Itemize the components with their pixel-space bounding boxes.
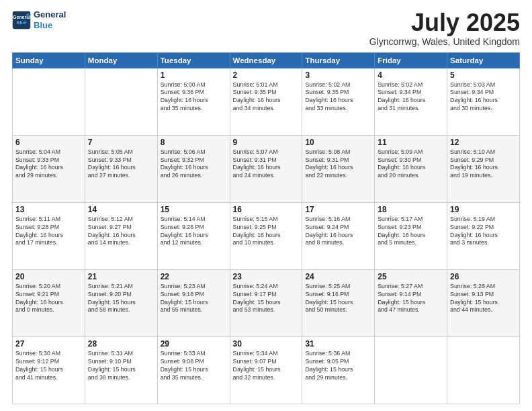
day-number: 3 <box>305 71 371 80</box>
calendar-cell: 30Sunrise: 5:34 AM Sunset: 9:07 PM Dayli… <box>230 336 302 404</box>
day-info: Sunrise: 5:23 AM Sunset: 9:18 PM Dayligh… <box>161 283 227 315</box>
calendar-cell: 21Sunrise: 5:21 AM Sunset: 9:20 PM Dayli… <box>85 269 157 336</box>
calendar-cell: 15Sunrise: 5:14 AM Sunset: 9:26 PM Dayli… <box>157 202 230 269</box>
calendar-cell: 26Sunrise: 5:28 AM Sunset: 9:13 PM Dayli… <box>447 269 520 336</box>
calendar-cell: 12Sunrise: 5:10 AM Sunset: 9:29 PM Dayli… <box>447 135 520 202</box>
day-number: 21 <box>88 272 154 281</box>
calendar-table: SundayMondayTuesdayWednesdayThursdayFrid… <box>12 52 520 404</box>
day-number: 28 <box>88 339 154 349</box>
day-number: 17 <box>305 205 371 214</box>
calendar-page: General Blue General Blue July 2025 Glyn… <box>0 0 532 411</box>
day-number: 5 <box>450 71 517 80</box>
day-number: 12 <box>450 138 517 147</box>
title-block: July 2025 Glyncorrwg, Wales, United King… <box>369 9 520 47</box>
day-info: Sunrise: 5:16 AM Sunset: 9:24 PM Dayligh… <box>305 216 371 248</box>
calendar-cell: 18Sunrise: 5:17 AM Sunset: 9:23 PM Dayli… <box>375 202 447 269</box>
day-number: 20 <box>15 272 82 281</box>
weekday-header: Saturday <box>447 52 520 68</box>
day-info: Sunrise: 5:36 AM Sunset: 9:05 PM Dayligh… <box>305 350 371 382</box>
day-number: 10 <box>305 138 371 147</box>
day-info: Sunrise: 5:33 AM Sunset: 9:08 PM Dayligh… <box>161 350 227 382</box>
calendar-cell: 11Sunrise: 5:09 AM Sunset: 9:30 PM Dayli… <box>375 135 447 202</box>
day-info: Sunrise: 5:07 AM Sunset: 9:31 PM Dayligh… <box>233 148 300 181</box>
calendar-cell: 4Sunrise: 5:02 AM Sunset: 9:34 PM Daylig… <box>375 68 447 135</box>
calendar-cell <box>13 68 85 135</box>
day-number: 4 <box>378 71 444 80</box>
logo-line1: General <box>34 9 66 20</box>
day-number: 9 <box>233 138 300 147</box>
day-info: Sunrise: 5:10 AM Sunset: 9:29 PM Dayligh… <box>450 148 517 181</box>
day-number: 22 <box>161 272 227 281</box>
calendar-cell: 7Sunrise: 5:05 AM Sunset: 9:33 PM Daylig… <box>85 135 157 202</box>
day-number: 29 <box>161 339 227 349</box>
day-info: Sunrise: 5:19 AM Sunset: 9:22 PM Dayligh… <box>450 216 517 248</box>
day-info: Sunrise: 5:24 AM Sunset: 9:17 PM Dayligh… <box>233 283 300 315</box>
day-info: Sunrise: 5:05 AM Sunset: 9:33 PM Dayligh… <box>88 148 154 181</box>
day-info: Sunrise: 5:34 AM Sunset: 9:07 PM Dayligh… <box>233 350 300 382</box>
calendar-cell: 1Sunrise: 5:00 AM Sunset: 9:36 PM Daylig… <box>157 68 230 135</box>
weekday-header: Thursday <box>302 52 375 68</box>
day-info: Sunrise: 5:31 AM Sunset: 9:10 PM Dayligh… <box>88 350 154 382</box>
calendar-cell <box>447 336 520 404</box>
day-info: Sunrise: 5:20 AM Sunset: 9:21 PM Dayligh… <box>15 283 82 315</box>
calendar-cell: 25Sunrise: 5:27 AM Sunset: 9:14 PM Dayli… <box>375 269 447 336</box>
day-info: Sunrise: 5:21 AM Sunset: 9:20 PM Dayligh… <box>88 283 154 315</box>
day-info: Sunrise: 5:09 AM Sunset: 9:30 PM Dayligh… <box>378 148 444 181</box>
day-number: 19 <box>450 205 517 214</box>
day-number: 8 <box>161 138 227 147</box>
day-info: Sunrise: 5:06 AM Sunset: 9:32 PM Dayligh… <box>161 148 227 181</box>
calendar-week-row: 20Sunrise: 5:20 AM Sunset: 9:21 PM Dayli… <box>13 269 520 336</box>
day-info: Sunrise: 5:17 AM Sunset: 9:23 PM Dayligh… <box>378 216 444 248</box>
weekday-header: Friday <box>375 52 447 68</box>
day-info: Sunrise: 5:02 AM Sunset: 9:34 PM Dayligh… <box>378 81 444 113</box>
day-info: Sunrise: 5:03 AM Sunset: 9:34 PM Dayligh… <box>450 81 517 113</box>
day-info: Sunrise: 5:15 AM Sunset: 9:25 PM Dayligh… <box>233 216 300 248</box>
day-number: 14 <box>88 205 154 214</box>
day-info: Sunrise: 5:12 AM Sunset: 9:27 PM Dayligh… <box>88 216 154 248</box>
day-number: 18 <box>378 205 444 214</box>
day-number: 23 <box>233 272 300 281</box>
day-number: 31 <box>305 339 371 349</box>
day-info: Sunrise: 5:30 AM Sunset: 9:12 PM Dayligh… <box>15 350 82 382</box>
calendar-week-row: 6Sunrise: 5:04 AM Sunset: 9:33 PM Daylig… <box>13 135 520 202</box>
day-number: 16 <box>233 205 300 214</box>
location-title: Glyncorrwg, Wales, United Kingdom <box>369 36 520 47</box>
calendar-cell: 16Sunrise: 5:15 AM Sunset: 9:25 PM Dayli… <box>230 202 302 269</box>
calendar-cell: 5Sunrise: 5:03 AM Sunset: 9:34 PM Daylig… <box>447 68 520 135</box>
weekday-header: Sunday <box>13 52 85 68</box>
calendar-cell: 23Sunrise: 5:24 AM Sunset: 9:17 PM Dayli… <box>230 269 302 336</box>
calendar-cell: 29Sunrise: 5:33 AM Sunset: 9:08 PM Dayli… <box>157 336 230 404</box>
day-number: 25 <box>378 272 444 281</box>
day-number: 30 <box>233 339 300 349</box>
logo-line2: Blue <box>34 20 66 31</box>
calendar-cell: 13Sunrise: 5:11 AM Sunset: 9:28 PM Dayli… <box>13 202 85 269</box>
weekday-header: Tuesday <box>157 52 230 68</box>
calendar-cell: 17Sunrise: 5:16 AM Sunset: 9:24 PM Dayli… <box>302 202 375 269</box>
calendar-cell: 2Sunrise: 5:01 AM Sunset: 9:35 PM Daylig… <box>230 68 302 135</box>
calendar-cell <box>375 336 447 404</box>
day-number: 1 <box>161 71 227 80</box>
calendar-cell: 3Sunrise: 5:02 AM Sunset: 9:35 PM Daylig… <box>302 68 375 135</box>
month-title: July 2025 <box>369 9 520 36</box>
day-number: 13 <box>15 205 82 214</box>
day-info: Sunrise: 5:28 AM Sunset: 9:13 PM Dayligh… <box>450 283 517 315</box>
logo-icon: General Blue <box>12 11 31 30</box>
day-number: 24 <box>305 272 371 281</box>
calendar-cell: 14Sunrise: 5:12 AM Sunset: 9:27 PM Dayli… <box>85 202 157 269</box>
day-info: Sunrise: 5:14 AM Sunset: 9:26 PM Dayligh… <box>161 216 227 248</box>
day-number: 27 <box>15 339 82 349</box>
calendar-cell <box>85 68 157 135</box>
day-info: Sunrise: 5:08 AM Sunset: 9:31 PM Dayligh… <box>305 148 371 181</box>
day-number: 6 <box>15 138 82 147</box>
day-number: 15 <box>161 205 227 214</box>
day-info: Sunrise: 5:02 AM Sunset: 9:35 PM Dayligh… <box>305 81 371 113</box>
calendar-cell: 24Sunrise: 5:25 AM Sunset: 9:16 PM Dayli… <box>302 269 375 336</box>
calendar-cell: 10Sunrise: 5:08 AM Sunset: 9:31 PM Dayli… <box>302 135 375 202</box>
day-number: 2 <box>233 71 300 80</box>
calendar-cell: 27Sunrise: 5:30 AM Sunset: 9:12 PM Dayli… <box>13 336 85 404</box>
calendar-week-row: 27Sunrise: 5:30 AM Sunset: 9:12 PM Dayli… <box>13 336 520 404</box>
calendar-cell: 28Sunrise: 5:31 AM Sunset: 9:10 PM Dayli… <box>85 336 157 404</box>
logo: General Blue General Blue <box>12 9 66 30</box>
calendar-cell: 22Sunrise: 5:23 AM Sunset: 9:18 PM Dayli… <box>157 269 230 336</box>
logo-text: General Blue <box>34 9 66 30</box>
